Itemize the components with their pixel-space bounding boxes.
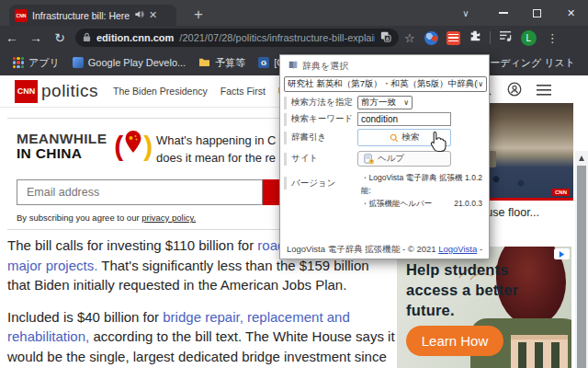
ad-text-line2: access a better: [406, 282, 518, 299]
dictionary-select-value: 研究社 新英和（第7版）・和英（第5版）中辞典(l: [288, 78, 478, 90]
address-bar[interactable]: edition.cnn.com /2021/07/28/politics/inf…: [75, 29, 399, 47]
bookmark-label: アプリ: [28, 56, 60, 70]
hamburger-menu-icon[interactable]: [537, 83, 551, 99]
window-close-button[interactable]: ✕: [554, 0, 588, 26]
magnifier-icon: [390, 133, 399, 143]
newsletter-title-line1: MEANWHILE: [17, 132, 107, 146]
search-method-value: 前方一致: [361, 97, 396, 109]
search-method-row: 検索方法を指定 前方一致 ∨: [284, 96, 413, 109]
bookmark-label: 予算等: [215, 56, 245, 70]
ad-text-line1: Help students: [406, 261, 509, 279]
footer-text: LogoVista 電子辞典 拡張機能 - © 2021: [287, 244, 438, 254]
popup-footer: LogoVista 電子辞典 拡張機能 - © 2021 LogoVista -: [280, 244, 489, 256]
extensions-puzzle-icon[interactable]: [469, 29, 481, 46]
version-info: ・LogoVista 電子辞典 拡張機能: 1.0.2 ・拡張機能ヘルパー 21…: [361, 171, 486, 210]
logo-paren-right: ): [143, 131, 153, 162]
help-page-icon: ?: [364, 154, 374, 165]
version-item-name: ・拡張機能ヘルパー: [361, 197, 432, 210]
chevron-down-icon: ∨: [403, 98, 409, 107]
site-label: サイト: [284, 153, 357, 166]
version-item-value: 21.0.0.3: [454, 197, 486, 210]
ad-text-line3: future.: [406, 302, 455, 319]
extension-icon-blue[interactable]: [424, 31, 438, 45]
learn-how-button[interactable]: Learn How: [406, 326, 503, 356]
article-paragraph-2: Included is $40 billion for bridge repai…: [7, 307, 395, 368]
keyword-input[interactable]: [357, 112, 451, 126]
bookmark-apps[interactable]: アプリ: [13, 56, 60, 70]
chrome-menu-icon[interactable]: ⋮: [547, 31, 559, 45]
url-domain: edition.cnn.com: [96, 32, 174, 43]
help-button-label: ヘルプ: [378, 153, 404, 165]
tab-search-chevron-icon[interactable]: ∨: [452, 0, 480, 26]
footer-suffix: -: [477, 244, 482, 254]
tab-close-icon[interactable]: ✕: [149, 10, 157, 20]
newsletter-desc-line1: What's happening in C: [156, 132, 276, 149]
lock-icon[interactable]: [83, 29, 91, 46]
advertisement[interactable]: Help students access a better future. Le…: [397, 247, 571, 368]
page-scrollbar[interactable]: [575, 151, 588, 368]
bookmark-google-play[interactable]: Google Play Develo...: [73, 57, 186, 68]
new-tab-button[interactable]: +: [187, 4, 209, 26]
cnn-logo[interactable]: CNN: [15, 80, 38, 103]
search-method-label: 検索方法を指定: [284, 97, 357, 109]
newsletter-desc-line2: does it mean for the re: [156, 149, 276, 167]
p1-text: The bill calls for investing $110 billio…: [7, 237, 257, 253]
extensions-area: L ⋮: [424, 29, 566, 46]
version-item-name: ・LogoVista 電子辞典 拡張機能:: [361, 171, 465, 197]
p2-text: Included is $40 billion for: [7, 309, 163, 325]
maximize-button[interactable]: [520, 0, 554, 26]
reload-button[interactable]: ↻: [48, 30, 72, 45]
thumbnail-cnn-logo: CNN: [552, 189, 570, 196]
meanwhile-in-china-logo: MEANWHILE IN CHINA ( ): [17, 130, 153, 162]
dictionary-book-icon: [288, 60, 299, 73]
lookup-row: 辞書引き 検索: [284, 129, 451, 146]
google-play-icon: [73, 57, 84, 68]
browser-tab[interactable]: CNN Infrastructure bill: Here's wha ✕: [9, 5, 176, 26]
ad-building-illustration: [511, 335, 568, 368]
disclaimer-text: By subscribing you agree to our: [17, 213, 141, 223]
nav-biden-presidency[interactable]: The Biden Presidency: [113, 86, 208, 97]
chevron-down-icon: ∨: [478, 80, 483, 88]
reading-list-label: リーディング リスト: [480, 56, 575, 70]
email-input[interactable]: [17, 179, 263, 205]
scrollbar-thumb[interactable]: [577, 166, 586, 368]
privacy-policy-link[interactable]: privacy policy.: [141, 213, 196, 223]
browser-toolbar: ← → ↻ edition.cnn.com /2021/07/28/politi…: [0, 26, 588, 50]
folder-icon: [198, 57, 210, 69]
audio-playing-icon[interactable]: [134, 9, 144, 21]
china-pin-icon: [123, 130, 143, 162]
site-row: サイト ? ヘルプ: [284, 151, 451, 167]
back-button[interactable]: ←: [0, 30, 24, 45]
logovista-extension-icon[interactable]: [447, 31, 460, 45]
url-path: /2021/07/28/politics/infrastructure-bill…: [179, 32, 375, 43]
forward-button[interactable]: →: [24, 30, 48, 45]
logovista-extension-popup: 辞典を選択 研究社 新英和（第7版）・和英（第5版）中辞典(l ∨ 検索方法を指…: [279, 54, 490, 259]
nav-facts-first[interactable]: Facts First: [220, 86, 266, 97]
version-item-value: 1.0.2: [465, 171, 486, 197]
scrollbar-up-arrow[interactable]: [579, 155, 584, 161]
search-button-label: 検索: [402, 132, 420, 144]
newsletter-description: What's happening in C does it mean for t…: [156, 132, 276, 167]
adchoices-icon[interactable]: [554, 248, 570, 259]
profile-avatar[interactable]: L: [521, 30, 537, 46]
newsletter-disclaimer: By subscribing you agree to our privacy …: [17, 213, 196, 223]
cnn-favicon: CNN: [15, 9, 28, 22]
bookmark-budget-folder[interactable]: 予算等: [198, 56, 245, 70]
search-method-select[interactable]: 前方一致 ∨: [357, 96, 413, 109]
lookup-label: 辞書引き: [284, 132, 357, 144]
keyword-label: 検索キーワード: [284, 113, 357, 126]
dictionary-select[interactable]: 研究社 新英和（第7版）・和英（第5版）中辞典(l ∨: [284, 76, 487, 92]
logo-paren-left: (: [114, 131, 123, 162]
version-label: バージョン: [284, 177, 357, 190]
apps-grid-icon: [13, 57, 24, 68]
account-icon[interactable]: [507, 82, 522, 100]
version-row: バージョン: [284, 177, 357, 190]
mouse-cursor-hand: [428, 131, 447, 156]
cnn-section-title[interactable]: politics: [41, 81, 98, 101]
minimize-button[interactable]: [486, 0, 520, 26]
media-controls-icon[interactable]: [499, 29, 513, 46]
translate-icon[interactable]: [380, 29, 391, 46]
logovista-link[interactable]: LogoVista: [438, 244, 477, 254]
bookmark-star-icon[interactable]: ☆: [404, 31, 415, 45]
newsletter-title-line2: IN CHINA: [17, 146, 107, 161]
